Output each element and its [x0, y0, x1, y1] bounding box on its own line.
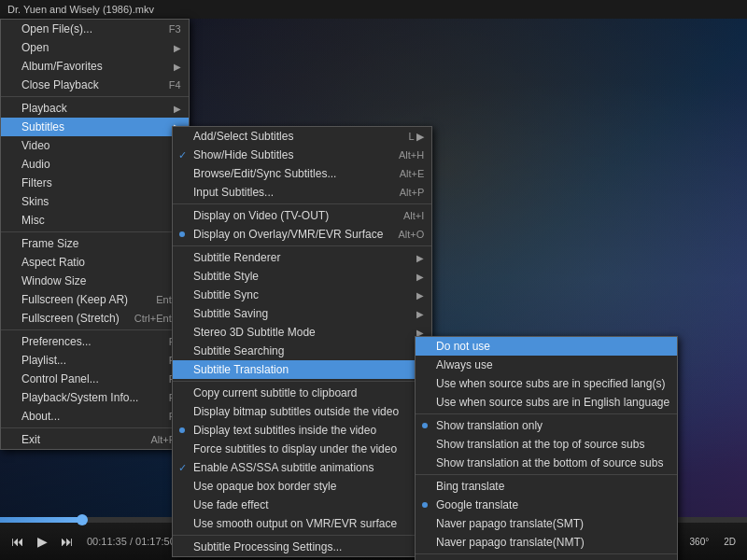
menu-item-open[interactable]: Open▶: [1, 38, 189, 57]
trans-menu-item-use-when-source-english[interactable]: Use when source subs are in English lang…: [416, 393, 677, 412]
menu-item-fullscreen-stretch[interactable]: Fullscreen (Stretch)Ctrl+Enter: [1, 309, 189, 328]
trans-menu-item-label: Naver papago translate(SMT): [436, 517, 669, 530]
submenu-item-label: Force subtitles to display under the vid…: [193, 442, 424, 455]
submenu-item-display-overlay[interactable]: Display on Overlay/VMR/EVR SurfaceAlt+O: [173, 225, 431, 244]
submenu-item-subtitle-translation[interactable]: Subtitle Translation▶: [173, 360, 431, 379]
menu-item-exit[interactable]: ExitAlt+F4: [1, 430, 189, 449]
menu-separator: [416, 553, 677, 554]
menu-separator: [173, 381, 431, 382]
time-current: 00:11:35: [87, 536, 127, 547]
trans-menu-item-label: Do not use: [436, 340, 669, 353]
submenu-item-label: Subtitle Processing Settings...: [193, 540, 424, 553]
menu-item-label: Misc: [21, 214, 174, 227]
submenu-item-label: Subtitle Searching: [193, 344, 416, 357]
trans-menu-item-show-top-of-source[interactable]: Show translation at the top of source su…: [416, 435, 677, 454]
submenu-item-label: Use opaque box border style: [193, 480, 424, 493]
submenu-item-input-subtitles[interactable]: Input Subtitles...Alt+P: [173, 183, 431, 202]
menu-item-video[interactable]: Video▶: [1, 136, 189, 155]
menu-item-label: Subtitles: [21, 120, 174, 133]
menu-item-label: Filters: [21, 176, 174, 189]
titlebar: Dr. Yuen and Wisely (1986).mkv: [0, 0, 747, 19]
trans-menu-item-show-bottom-of-source[interactable]: Show translation at the bottom of source…: [416, 454, 677, 472]
submenu-item-label: Display on Overlay/VMR/EVR Surface: [193, 228, 383, 241]
submenu-item-label: Enable ASS/SSA subtitle animations: [193, 461, 424, 474]
submenu-item-stereo-3d[interactable]: Stereo 3D Subtitle Mode▶: [173, 323, 431, 342]
submenu-item-subtitle-renderer[interactable]: Subtitle Renderer▶: [173, 248, 431, 267]
trans-menu-item-google-translate[interactable]: Google translate: [416, 496, 677, 514]
menu-item-label: Exit: [21, 433, 135, 446]
trans-menu-item-source-language[interactable]: Source Language▶: [416, 556, 677, 560]
trans-menu-item-bing-translate[interactable]: Bing translate: [416, 477, 677, 496]
menu-item-open-files[interactable]: Open File(s)...F3: [1, 20, 189, 38]
play-button[interactable]: ▶: [34, 532, 51, 551]
submenu-item-label: Use smooth output on VMR/EVR surface: [193, 517, 424, 530]
submenu-item-browse-edit-sync[interactable]: Browse/Edit/Sync Subtitles...Alt+E: [173, 164, 431, 183]
menu-item-aspect-ratio[interactable]: Aspect Ratio▶: [1, 253, 189, 272]
menu-item-album-favorites[interactable]: Album/Favorites▶: [1, 57, 189, 76]
submenu-item-use-fade-effect[interactable]: Use fade effect: [173, 496, 431, 514]
submenu-item-subtitle-style[interactable]: Subtitle Style▶: [173, 267, 431, 286]
menu-item-playback-info[interactable]: Playback/System Info...F1: [1, 388, 189, 407]
trans-menu-item-naver-papago-smt[interactable]: Naver papago translate(SMT): [416, 514, 677, 533]
menu-item-skins[interactable]: Skins▶: [1, 192, 189, 211]
trans-menu-item-do-not-use[interactable]: Do not use: [416, 337, 677, 356]
menu-item-frame-size[interactable]: Frame Size▶: [1, 234, 189, 253]
menu-item-label: Fullscreen (Keep AR): [21, 293, 141, 306]
trans-menu-item-use-when-source-specified[interactable]: Use when source subs are in specified la…: [416, 374, 677, 393]
menu-item-fullscreen-keep[interactable]: Fullscreen (Keep AR)Enter: [1, 290, 189, 309]
menu-separator: [416, 413, 677, 414]
progress-fill: [0, 517, 82, 523]
submenu-item-display-bitmap-outside[interactable]: Display bitmap subtitles outside the vid…: [173, 402, 431, 421]
menu-item-shortcut: Alt+H: [384, 149, 424, 161]
menu-item-window-size[interactable]: Window Size▶: [1, 272, 189, 290]
submenu-item-copy-subtitle[interactable]: Copy current subtitle to clipboard: [173, 384, 431, 402]
submenu-item-label: Display text subtitles inside the video: [193, 424, 424, 437]
menu-item-preferences[interactable]: Preferences...F5: [1, 332, 189, 351]
3d-button[interactable]: 2D: [720, 535, 740, 549]
menu-item-close-playback[interactable]: Close PlaybackF4: [1, 76, 189, 94]
trans-menu-item-label: Show translation at the top of source su…: [436, 438, 669, 451]
menu-item-subtitles[interactable]: Subtitles▶: [1, 118, 189, 136]
submenu-item-label: Stereo 3D Subtitle Mode: [193, 326, 416, 339]
submenu-item-display-tv-out[interactable]: Display on Video (TV-OUT)Alt+I: [173, 206, 431, 225]
submenu-item-subtitle-processing[interactable]: Subtitle Processing Settings...: [173, 538, 431, 556]
menu-item-filters[interactable]: Filters▶: [1, 174, 189, 192]
next-button[interactable]: ⏭: [57, 532, 78, 551]
trans-menu-item-label: Always use: [436, 358, 669, 371]
check-icon: ✓: [178, 149, 187, 161]
menu-item-playback[interactable]: Playback▶: [1, 99, 189, 118]
submenu-item-label: Subtitle Renderer: [193, 251, 416, 264]
submenu-item-show-hide-subtitles[interactable]: ✓Show/Hide SubtitlesAlt+H: [173, 146, 431, 164]
context-menu: Open File(s)...F3Open▶Album/Favorites▶Cl…: [0, 19, 190, 450]
subtitles-menu: Add/Select SubtitlesL ▶✓Show/Hide Subtit…: [172, 126, 432, 557]
check-icon: ✓: [178, 462, 187, 474]
menu-separator: [173, 535, 431, 536]
trans-menu-item-label: Naver papago translate(NMT): [436, 536, 669, 549]
menu-separator: [1, 427, 189, 428]
window-title: Dr. Yuen and Wisely (1986).mkv: [7, 4, 154, 15]
menu-item-control-panel[interactable]: Control Panel...F7: [1, 370, 189, 388]
menu-item-misc[interactable]: Misc▶: [1, 211, 189, 230]
vr-360-button[interactable]: 360°: [686, 535, 713, 549]
menu-item-label: Playback: [21, 102, 174, 115]
menu-item-audio[interactable]: Audio▶: [1, 155, 189, 174]
menu-item-playlist[interactable]: Playlist...F6: [1, 351, 189, 370]
submenu-item-display-text-inside[interactable]: Display text subtitles inside the video: [173, 421, 431, 440]
trans-menu-item-label: Bing translate: [436, 480, 669, 493]
submenu-item-use-opaque-box[interactable]: Use opaque box border style: [173, 477, 431, 496]
trans-menu-item-always-use[interactable]: Always use: [416, 356, 677, 374]
submenu-arrow-icon: ▶: [416, 290, 424, 301]
prev-button[interactable]: ⏮: [7, 532, 28, 551]
submenu-item-add-select-subtitles[interactable]: Add/Select SubtitlesL ▶: [173, 127, 431, 146]
submenu-item-subtitle-saving[interactable]: Subtitle Saving▶: [173, 304, 431, 323]
submenu-item-subtitle-sync[interactable]: Subtitle Sync▶: [173, 286, 431, 304]
submenu-item-use-smooth-vmr[interactable]: Use smooth output on VMR/EVR surface: [173, 514, 431, 533]
trans-menu-item-naver-papago-nmt[interactable]: Naver papago translate(NMT): [416, 533, 677, 552]
trans-menu-item-show-translation-only[interactable]: Show translation only: [416, 416, 677, 435]
submenu-item-subtitle-searching[interactable]: Subtitle Searching▶: [173, 342, 431, 360]
submenu-item-enable-ass-ssa[interactable]: ✓Enable ASS/SSA subtitle animations: [173, 458, 431, 477]
dot-icon: [179, 427, 185, 433]
submenu-item-force-under-video[interactable]: Force subtitles to display under the vid…: [173, 440, 431, 458]
progress-thumb[interactable]: [77, 514, 88, 525]
menu-item-about[interactable]: About...F1: [1, 407, 189, 426]
